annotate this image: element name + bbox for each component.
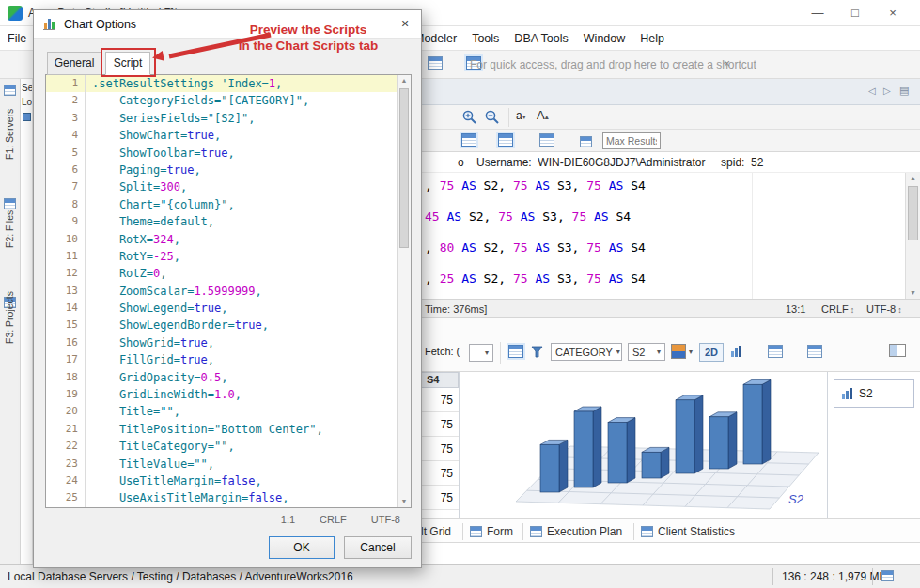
chart-type-icon[interactable] bbox=[731, 346, 741, 357]
scroll-up-icon[interactable]: ▲ bbox=[398, 75, 411, 86]
code-line[interactable]: 17 FillGrid=true, bbox=[46, 351, 397, 368]
sql-line[interactable]: 45 AS S2, 75 AS S3, 75 AS S4 bbox=[425, 209, 646, 224]
sidebar-item-projects[interactable]: F3: Projects bbox=[4, 284, 15, 344]
category-dropdown[interactable]: CATEGORY▾ bbox=[551, 343, 622, 361]
zoom-in-icon[interactable] bbox=[461, 109, 477, 128]
menu-help[interactable]: Help bbox=[640, 26, 664, 51]
table-view-icon[interactable] bbox=[428, 56, 443, 70]
sql-line[interactable]: , 75 AS S2, 75 AS S3, 75 AS S4 bbox=[425, 178, 646, 193]
quick-access-close-icon[interactable]: × bbox=[724, 57, 730, 70]
cancel-button[interactable]: Cancel bbox=[344, 536, 412, 559]
result-chart[interactable]: S2 bbox=[459, 372, 827, 518]
menu-file[interactable]: File bbox=[8, 26, 26, 51]
color-scheme-swatch[interactable] bbox=[671, 344, 686, 359]
grid-copy-icon[interactable] bbox=[807, 345, 822, 358]
form-icon bbox=[470, 526, 482, 537]
code-line[interactable]: 21 TitlePosition="Bottom Center", bbox=[46, 421, 397, 438]
font-increase-icon[interactable]: A▴ bbox=[537, 108, 549, 122]
code-line[interactable]: 23 TitleValue="", bbox=[46, 456, 397, 472]
code-line[interactable]: 22 TitleCategory="", bbox=[46, 438, 397, 455]
series-dropdown[interactable]: S2▾ bbox=[628, 343, 665, 361]
legend-entry[interactable]: S2 bbox=[834, 379, 914, 408]
encoding-toggle[interactable]: UTF-8↕ bbox=[866, 303, 902, 315]
export-results-icon[interactable] bbox=[539, 133, 554, 147]
dialog-editor-scrollbar[interactable]: ▲ ▼ bbox=[397, 75, 411, 507]
code-line[interactable]: 12 RotZ=0, bbox=[46, 265, 397, 282]
minimize-button[interactable]: — bbox=[801, 0, 834, 25]
sidebar-item-servers[interactable]: F1: Servers bbox=[4, 100, 15, 160]
grid-column-header[interactable]: S4 bbox=[421, 372, 459, 388]
grid-results-icon[interactable] bbox=[461, 133, 476, 147]
scroll-thumb[interactable] bbox=[908, 186, 918, 240]
max-results-input[interactable] bbox=[602, 132, 661, 149]
tab-client-statistics[interactable]: Client Statistics bbox=[641, 519, 735, 544]
panel-layout-icon[interactable] bbox=[889, 344, 906, 357]
code-line[interactable]: 2 CategoryFields="[CATEGORY]", bbox=[46, 92, 397, 109]
ok-button[interactable]: OK bbox=[269, 536, 335, 559]
zoom-out-icon[interactable] bbox=[484, 109, 500, 128]
line-ending-toggle[interactable]: CRLF↕ bbox=[821, 303, 854, 315]
chevron-down-icon[interactable]: ▾ bbox=[689, 348, 693, 356]
code-text: TitlePosition="Bottom Center", bbox=[86, 421, 323, 438]
nav-left-icon[interactable]: ◁ bbox=[868, 85, 876, 96]
scroll-up-icon[interactable]: ▲ bbox=[906, 173, 920, 184]
code-line[interactable]: 15 ShowLegendBorder=true, bbox=[46, 317, 397, 333]
2d-toggle-button[interactable]: 2D bbox=[699, 343, 724, 362]
tab-general[interactable]: General bbox=[47, 52, 101, 75]
tree-node-icon[interactable] bbox=[23, 113, 31, 121]
code-line[interactable]: 24 UseTitleMargin=false, bbox=[46, 472, 397, 489]
code-line[interactable]: 14 ShowLegend=true, bbox=[46, 300, 397, 317]
sql-line[interactable]: , 80 AS S2, 75 AS S3, 75 AS S4 bbox=[425, 240, 646, 255]
grid-snapshot-icon[interactable] bbox=[768, 345, 783, 358]
code-text: ShowChart=true, bbox=[86, 127, 221, 144]
tab-list-icon[interactable]: ▤ bbox=[899, 85, 909, 97]
sql-line[interactable]: , 25 AS S2, 75 AS S3, 75 AS S4 bbox=[425, 271, 646, 286]
menu-dba-tools[interactable]: DBA Tools bbox=[514, 26, 568, 51]
code-line[interactable]: 20 Title="", bbox=[46, 403, 397, 420]
code-line[interactable]: 8 Chart="{column}", bbox=[46, 196, 397, 213]
maximize-button[interactable]: □ bbox=[838, 0, 872, 25]
code-line[interactable]: 16 ShowGrid=true, bbox=[46, 334, 397, 351]
grid-row[interactable]: 75 bbox=[421, 486, 459, 510]
code-line[interactable]: 19 GridLineWidth=1.0, bbox=[46, 386, 397, 403]
dialog-script-editor[interactable]: 1.setResultSettings 'Index=1,2 CategoryF… bbox=[45, 74, 412, 508]
code-line[interactable]: 13 ZoomScalar=1.5999999, bbox=[46, 283, 397, 300]
code-line[interactable]: 25 UseAxisTitleMargin=false, bbox=[46, 489, 397, 506]
tab-form[interactable]: Form bbox=[470, 519, 513, 544]
scroll-down-icon[interactable]: ▼ bbox=[906, 287, 920, 299]
menu-window[interactable]: Window bbox=[584, 26, 625, 51]
code-line[interactable]: 6 Paging=true, bbox=[46, 162, 397, 178]
annotation-arrow bbox=[145, 23, 286, 72]
result-grid: S4 7575757575 bbox=[421, 372, 459, 511]
code-line[interactable]: 11 RotY=-25, bbox=[46, 248, 397, 265]
code-line[interactable]: 1.setResultSettings 'Index=1, bbox=[46, 75, 397, 92]
grid-row[interactable]: 75 bbox=[421, 412, 459, 437]
line-number: 5 bbox=[46, 145, 86, 162]
code-line[interactable]: 3 SeriesFields="[S2]", bbox=[46, 110, 397, 127]
grid-option-icon[interactable] bbox=[580, 136, 592, 147]
sidebar-item-files[interactable]: F2: Files bbox=[4, 199, 15, 248]
scroll-down-icon[interactable]: ▼ bbox=[398, 496, 411, 507]
filter-icon[interactable] bbox=[531, 346, 543, 361]
code-line[interactable]: 9 Theme=default, bbox=[46, 213, 397, 230]
sql-scrollbar[interactable]: ▲ ▼ bbox=[905, 173, 920, 299]
pivot-grid-icon[interactable] bbox=[498, 133, 513, 147]
chart-settings-icon[interactable] bbox=[508, 345, 523, 358]
line-number: 3 bbox=[46, 110, 86, 127]
status-grid-icon[interactable] bbox=[881, 570, 894, 581]
grid-row[interactable]: 75 bbox=[421, 388, 459, 412]
scroll-thumb[interactable] bbox=[399, 88, 409, 248]
grid-row[interactable]: 75 bbox=[421, 461, 459, 486]
code-line[interactable]: 10 RotX=324, bbox=[46, 231, 397, 248]
fetch-dropdown[interactable]: ▾ bbox=[469, 344, 493, 362]
grid-row[interactable]: 75 bbox=[421, 437, 459, 461]
font-decrease-icon[interactable]: a▾ bbox=[516, 109, 526, 122]
close-button[interactable]: × bbox=[876, 0, 910, 25]
menu-tools[interactable]: Tools bbox=[472, 26, 499, 51]
code-line[interactable]: 5 ShowToolbar=true, bbox=[46, 145, 397, 162]
code-line[interactable]: 7 Split=300, bbox=[46, 178, 397, 195]
nav-right-icon[interactable]: ▷ bbox=[883, 85, 891, 96]
tab-execution-plan[interactable]: Execution Plan bbox=[530, 519, 622, 544]
code-line[interactable]: 18 GridOpacity=0.5, bbox=[46, 369, 397, 386]
code-line[interactable]: 4 ShowChart=true, bbox=[46, 127, 397, 144]
